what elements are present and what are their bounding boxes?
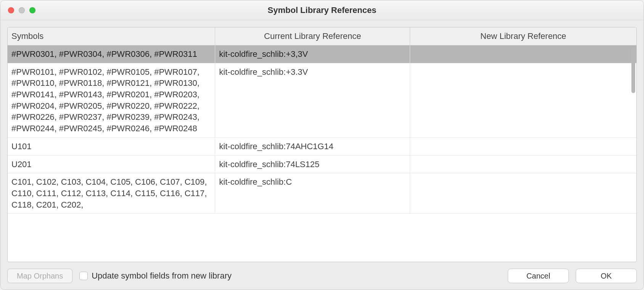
cell-current-library[interactable]: kit-coldfire_schlib:+3.3V [215, 63, 410, 137]
checkbox-box-icon[interactable] [79, 272, 88, 280]
cell-current-library[interactable]: kit-coldfire_schlib:+3,3V [215, 45, 410, 63]
table-header-row: Symbols Current Library Reference New Li… [8, 27, 636, 45]
ok-button[interactable]: OK [576, 269, 637, 283]
dialog-window: Symbol Library References Symbols Curren… [0, 0, 644, 290]
cell-symbols[interactable]: #PWR0101, #PWR0102, #PWR0105, #PWR0107, … [8, 63, 215, 137]
table-body-scroll[interactable]: #PWR0301, #PWR0304, #PWR0306, #PWR0311ki… [8, 45, 636, 262]
minimize-icon[interactable] [19, 7, 25, 13]
close-icon[interactable] [8, 7, 14, 13]
cancel-button[interactable]: Cancel [508, 269, 569, 283]
header-symbols[interactable]: Symbols [8, 27, 215, 45]
table-row[interactable]: #PWR0101, #PWR0102, #PWR0105, #PWR0107, … [8, 63, 636, 137]
cell-current-library[interactable]: kit-coldfire_schlib:C [215, 173, 410, 214]
table-row[interactable]: #PWR0301, #PWR0304, #PWR0306, #PWR0311ki… [8, 45, 636, 63]
scrollbar-thumb[interactable] [631, 47, 635, 93]
content-area: Symbols Current Library Reference New Li… [0, 20, 644, 262]
titlebar: Symbol Library References [0, 0, 644, 20]
update-fields-label: Update symbol fields from new library [92, 271, 232, 281]
cell-new-library[interactable] [410, 63, 636, 137]
symbol-table: Symbols Current Library Reference New Li… [7, 27, 637, 262]
cell-current-library[interactable]: kit-coldfire_schlib:74LS125 [215, 155, 410, 173]
dialog-footer: Map Orphans Update symbol fields from ne… [0, 262, 644, 290]
cell-new-library[interactable] [410, 173, 636, 214]
cell-current-library[interactable]: kit-coldfire_schlib:74AHC1G14 [215, 137, 410, 155]
maximize-icon[interactable] [29, 7, 35, 13]
window-controls [8, 7, 35, 13]
cell-symbols[interactable]: C101, C102, C103, C104, C105, C106, C107… [8, 173, 215, 214]
cell-new-library[interactable] [410, 45, 636, 63]
cell-new-library[interactable] [410, 137, 636, 155]
header-new-library[interactable]: New Library Reference [410, 27, 636, 45]
table-row[interactable]: U101kit-coldfire_schlib:74AHC1G14 [8, 137, 636, 155]
table-row[interactable]: C101, C102, C103, C104, C105, C106, C107… [8, 173, 636, 214]
update-fields-checkbox[interactable]: Update symbol fields from new library [79, 271, 232, 281]
map-orphans-button[interactable]: Map Orphans [7, 269, 72, 283]
cell-symbols[interactable]: U201 [8, 155, 215, 173]
cell-symbols[interactable]: U101 [8, 137, 215, 155]
window-title: Symbol Library References [0, 5, 644, 15]
cell-new-library[interactable] [410, 155, 636, 173]
cell-symbols[interactable]: #PWR0301, #PWR0304, #PWR0306, #PWR0311 [8, 45, 215, 63]
table-row[interactable]: U201kit-coldfire_schlib:74LS125 [8, 155, 636, 173]
header-current-library[interactable]: Current Library Reference [215, 27, 410, 45]
